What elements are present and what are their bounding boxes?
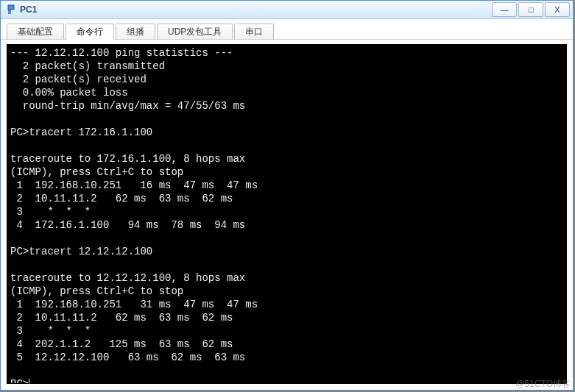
- close-button[interactable]: X: [545, 2, 570, 17]
- tab-udp-tool[interactable]: UDP发包工具: [157, 24, 233, 40]
- tab-label: UDP发包工具: [168, 26, 222, 38]
- terminal-cursor: [29, 379, 29, 384]
- tab-multicast[interactable]: 组播: [116, 24, 155, 40]
- terminal[interactable]: --- 12.12.12.100 ping statistics --- 2 p…: [7, 44, 567, 384]
- app-icon: [5, 4, 17, 15]
- tab-serial[interactable]: 串口: [234, 24, 274, 40]
- tab-basic-config[interactable]: 基础配置: [7, 24, 64, 40]
- terminal-prompt: PC>: [10, 378, 29, 384]
- close-icon: X: [554, 6, 560, 14]
- tab-label: 基础配置: [18, 26, 53, 38]
- tab-label: 组播: [127, 26, 144, 38]
- minimize-icon: —: [501, 6, 509, 14]
- tab-label: 命令行: [77, 26, 103, 38]
- tab-bar: 基础配置 命令行 组播 UDP发包工具 串口: [1, 19, 573, 40]
- maximize-icon: □: [529, 6, 534, 14]
- window-title: PC1: [20, 4, 37, 15]
- maximize-button[interactable]: □: [518, 2, 543, 17]
- titlebar[interactable]: PC1 — □ X: [1, 0, 573, 19]
- app-window: PC1 — □ X 基础配置 命令行 组播 UDP发包工具 串口 --- 12.…: [0, 0, 574, 391]
- tab-command-line[interactable]: 命令行: [66, 24, 114, 40]
- tab-label: 串口: [245, 26, 263, 38]
- terminal-container: --- 12.12.12.100 ping statistics --- 2 p…: [1, 40, 573, 390]
- minimize-button[interactable]: —: [492, 2, 517, 17]
